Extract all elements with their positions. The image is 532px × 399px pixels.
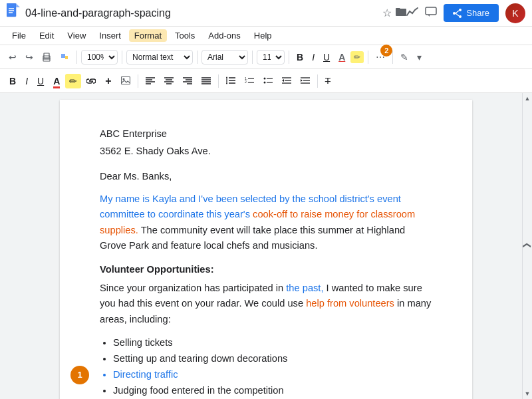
toolbar2-divider-1 <box>138 74 138 88</box>
scrollbar[interactable]: ▲ ❮ ▼ <box>522 93 532 399</box>
toolbar-main: ↩ ↪ 100% Normal text Arial 11 B I U A ✏ <box>0 45 532 69</box>
svg-marker-40 <box>226 83 227 84</box>
highlight-format-button[interactable]: ✏ <box>65 74 81 88</box>
share-button[interactable]: Share <box>444 4 499 22</box>
folder-icon[interactable] <box>396 7 406 19</box>
redo-button[interactable]: ↪ <box>22 50 37 65</box>
scroll-down-arrow[interactable]: ▼ <box>525 390 531 397</box>
list-item-3: Directing traffic <box>113 367 432 382</box>
decrease-indent-button[interactable] <box>278 74 295 88</box>
clear-formatting-button[interactable]: T̶ <box>321 74 334 88</box>
trend-icon[interactable] <box>406 7 418 19</box>
italic-button[interactable]: I <box>309 50 318 65</box>
svg-rect-0 <box>7 3 16 17</box>
company-name: ABC Enterprise <box>100 126 432 141</box>
svg-rect-17 <box>121 76 130 84</box>
style-select[interactable]: Normal text <box>126 50 193 65</box>
svg-marker-39 <box>226 76 227 78</box>
svg-rect-6 <box>426 7 436 15</box>
toolbar-divider-1 <box>76 51 77 64</box>
svg-text:2.: 2. <box>245 80 247 84</box>
avatar: K <box>505 3 525 23</box>
undo-button[interactable]: ↩ <box>5 50 20 65</box>
scroll-expand-icon[interactable]: ❮ <box>523 242 532 249</box>
svg-point-18 <box>122 78 124 80</box>
chevron-down-button[interactable]: ▾ <box>414 50 425 65</box>
underline-button[interactable]: U <box>320 50 333 65</box>
highlight-button[interactable]: ✏ <box>350 51 364 63</box>
zoom-select[interactable]: 100% <box>81 50 118 65</box>
svg-point-8 <box>459 9 462 11</box>
svg-marker-56 <box>301 79 303 82</box>
para2-orange: help from volunteers <box>306 298 394 309</box>
menu-view[interactable]: View <box>62 29 91 42</box>
link-button[interactable] <box>82 74 100 88</box>
top-right-controls: Share K <box>406 3 525 23</box>
menu-insert[interactable]: Insert <box>94 29 126 42</box>
greeting: Dear Ms. Banks, <box>100 169 432 184</box>
paragraph-1: My name is Kayla and I've been selected … <box>100 192 432 254</box>
scroll-up-arrow[interactable]: ▲ <box>525 95 531 102</box>
list-item-2: Setting up and tearing down decorations <box>113 351 432 366</box>
toolbar-divider-7 <box>392 51 393 64</box>
toolbar-divider-2 <box>122 51 122 64</box>
svg-point-45 <box>263 77 265 79</box>
align-justify-button[interactable] <box>198 74 215 88</box>
badge-2-label: 2 <box>380 45 392 57</box>
paint-format-button[interactable] <box>57 51 72 64</box>
menu-addons[interactable]: Add-ons <box>203 29 245 42</box>
svg-line-11 <box>456 11 459 13</box>
size-select[interactable]: 11 <box>257 50 285 65</box>
menu-edit[interactable]: Edit <box>34 29 59 42</box>
list-item-4: Judging food entered in the competition <box>113 383 432 398</box>
menu-file[interactable]: File <box>7 29 31 42</box>
company-address: 3562 E. Shady Oaks Ave. <box>100 144 432 158</box>
heading-volunteer: Volunteer Opportunities: <box>100 262 432 277</box>
para1-blue: My name is Kayla <box>100 194 177 204</box>
toolbar-divider-3 <box>197 51 198 64</box>
align-left-button[interactable] <box>142 74 159 88</box>
svg-marker-52 <box>282 79 284 82</box>
top-bar: 04-line-and-paragraph-spacing ☆ Share K <box>0 0 532 27</box>
color-format-button[interactable]: A <box>49 74 64 88</box>
svg-point-47 <box>263 81 265 83</box>
menu-help[interactable]: Help <box>249 29 277 42</box>
svg-line-12 <box>456 13 459 16</box>
volunteer-list: Selling tickets Setting up and tearing d… <box>113 335 432 398</box>
toolbar-formatting: B I U A ✏ + 1.2. <box>0 69 532 93</box>
bullet-list-button[interactable] <box>259 74 277 88</box>
increase-indent-button[interactable] <box>297 74 314 88</box>
underline-format-button[interactable]: U <box>33 74 48 88</box>
line-spacing-button[interactable] <box>222 74 239 88</box>
align-center-button[interactable] <box>160 74 178 88</box>
svg-marker-7 <box>428 15 430 17</box>
font-select[interactable]: Arial <box>201 50 248 65</box>
insert-image-button[interactable] <box>117 74 134 88</box>
edit-mode-button[interactable]: ✎ <box>397 50 412 65</box>
annotation-badge-1: 1 <box>70 366 89 384</box>
paragraph-2: Since your organization has participated… <box>100 281 432 327</box>
toolbar-divider-4 <box>252 51 253 64</box>
font-color-button[interactable]: A <box>335 50 348 65</box>
align-right-button[interactable] <box>179 74 196 88</box>
bold-format-button[interactable]: B <box>5 74 20 88</box>
list-item-1: Selling tickets <box>113 335 432 350</box>
doc-type-icon <box>7 3 20 23</box>
toolbar-divider-6 <box>368 51 368 64</box>
menu-bar: File Edit View Insert Format Tools Add-o… <box>0 27 532 45</box>
comment-icon[interactable] <box>425 7 437 20</box>
svg-point-10 <box>453 12 456 15</box>
star-icon[interactable]: ☆ <box>382 7 392 19</box>
menu-format[interactable]: Format <box>129 29 167 42</box>
para1-rest: The community event will take place this… <box>100 225 405 251</box>
document-title[interactable]: 04-line-and-paragraph-spacing <box>25 7 377 19</box>
toolbar2-divider-3 <box>317 74 318 88</box>
para2-blue: the past, <box>286 283 323 293</box>
add-comment-button[interactable]: + <box>101 73 115 89</box>
menu-tools[interactable]: Tools <box>170 29 200 42</box>
bold-button[interactable]: B <box>293 50 307 65</box>
numbered-list-button[interactable]: 1.2. <box>241 74 258 88</box>
badge2-container: ⋯ 2 <box>372 50 388 65</box>
italic-format-button[interactable]: I <box>21 74 32 88</box>
print-button[interactable] <box>39 51 55 64</box>
